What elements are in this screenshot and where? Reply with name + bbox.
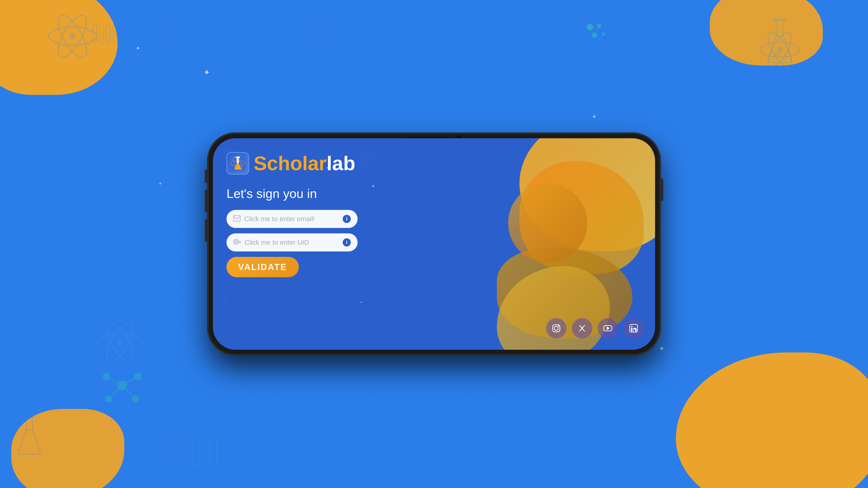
svg-line-36 <box>122 385 135 399</box>
svg-marker-71 <box>607 326 610 330</box>
screen-left-content: Scholarlab Let's sign you in C <box>226 152 371 277</box>
svg-point-37 <box>587 24 593 30</box>
phone-volume-down-button <box>205 219 208 242</box>
svg-point-62 <box>234 239 239 244</box>
linkedin-button[interactable] <box>623 318 644 338</box>
email-icon <box>233 215 241 223</box>
screen-sparkle-1: ✦ <box>371 184 375 189</box>
email-info-icon[interactable]: i <box>343 215 351 223</box>
svg-line-33 <box>106 377 122 385</box>
svg-rect-18 <box>26 414 33 430</box>
phone-container: ✦ ✦ ✦ <box>208 133 660 355</box>
svg-rect-61 <box>234 215 240 221</box>
svg-point-40 <box>602 32 605 36</box>
svg-point-7 <box>117 339 123 345</box>
flask-decoration-right <box>766 18 794 75</box>
phone-volume-up-button <box>205 190 208 213</box>
sparkle-5: ✦ <box>158 181 162 187</box>
dna-decoration <box>154 7 181 48</box>
svg-rect-20 <box>93 24 97 42</box>
atom-decoration-bottom-left <box>97 320 143 375</box>
svg-rect-42 <box>183 428 189 460</box>
youtube-button[interactable] <box>598 318 618 338</box>
email-input-group[interactable]: Click me to enter email! i <box>226 210 371 228</box>
flask-decoration-top <box>312 13 330 55</box>
validate-button[interactable]: VALIDATE <box>226 257 299 277</box>
svg-point-39 <box>592 32 597 38</box>
uid-placeholder: Click me to enter UID <box>245 238 339 246</box>
molecule-decoration-left <box>102 367 143 404</box>
phone-body: ✦ ✦ ✦ <box>208 133 660 355</box>
svg-rect-15 <box>774 19 786 21</box>
key-icon <box>233 238 241 247</box>
svg-rect-74 <box>631 328 632 331</box>
app-name-lab: lab <box>327 152 355 174</box>
svg-rect-54 <box>225 295 228 303</box>
screen-deco-3 <box>220 295 233 316</box>
email-input-field[interactable]: Click me to enter email! i <box>226 210 358 228</box>
screen-blob-5 <box>508 184 587 263</box>
uid-info-icon[interactable]: i <box>343 238 351 247</box>
svg-line-34 <box>122 377 138 385</box>
svg-point-17 <box>782 57 785 61</box>
svg-rect-45 <box>210 434 217 466</box>
sparkle-3: ✦ <box>592 113 597 121</box>
svg-point-3 <box>69 33 76 40</box>
svg-rect-14 <box>776 19 783 36</box>
uid-input-field[interactable]: Click me to enter UID i <box>226 233 358 252</box>
app-name-scholar: Scholar <box>254 152 327 174</box>
svg-rect-43 <box>192 435 198 467</box>
svg-rect-23 <box>113 24 117 42</box>
social-icons-row <box>546 318 644 338</box>
svg-rect-21 <box>99 26 103 44</box>
app-name: Scholarlab <box>254 152 355 175</box>
twitter-button[interactable] <box>572 318 592 338</box>
svg-rect-12 <box>319 18 323 29</box>
svg-rect-22 <box>106 25 110 43</box>
test-tubes-top-left <box>88 18 124 60</box>
svg-rect-44 <box>201 431 208 462</box>
svg-point-63 <box>235 240 237 243</box>
phone-screen: ✦ ✦ ✦ <box>213 138 655 350</box>
teal-dots-top <box>585 23 608 41</box>
uid-input-group[interactable]: Click me to enter UID i <box>226 233 371 252</box>
svg-point-68 <box>554 326 558 330</box>
flask-decoration-bottom-left <box>16 414 43 465</box>
svg-rect-55 <box>223 295 229 295</box>
svg-rect-41 <box>174 433 180 464</box>
svg-point-16 <box>774 52 779 57</box>
phone-power-button <box>660 178 663 201</box>
instagram-button[interactable] <box>546 318 566 338</box>
screen-sparkle-3: ✦ <box>360 300 363 304</box>
signin-heading: Let's sign you in <box>226 186 371 201</box>
sparkle-1: ✦ <box>204 68 210 77</box>
app-logo-icon <box>226 152 249 175</box>
test-tubes-bottom <box>169 428 237 475</box>
phone-mute-button <box>205 169 208 183</box>
svg-point-69 <box>558 325 559 326</box>
svg-rect-19 <box>24 414 35 416</box>
svg-line-35 <box>108 385 122 399</box>
svg-point-73 <box>631 326 632 327</box>
svg-rect-13 <box>317 18 325 19</box>
sparkle-2: ✦ <box>135 45 140 52</box>
svg-point-38 <box>597 24 601 28</box>
logo-row: Scholarlab <box>226 152 371 175</box>
email-placeholder: Click me to enter email! <box>244 215 339 223</box>
